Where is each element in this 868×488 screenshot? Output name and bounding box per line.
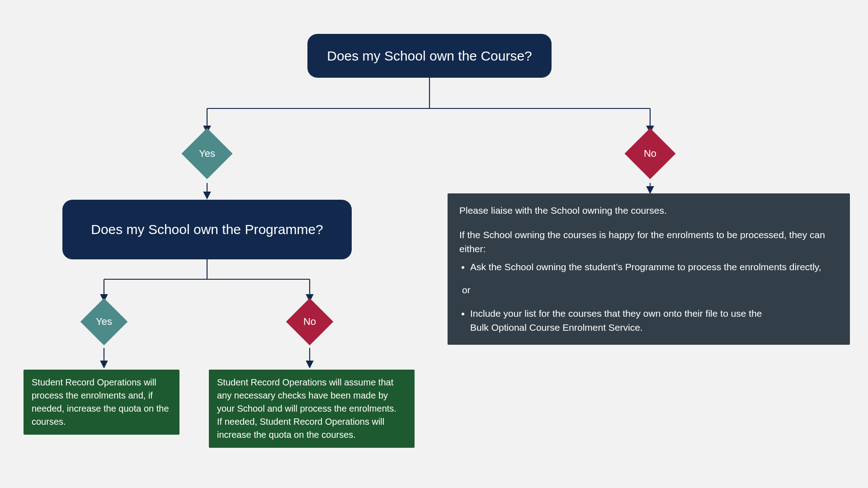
decision-label: No [644, 148, 656, 160]
outcome-no-bullet-1: Ask the School owning the student’s Prog… [470, 260, 838, 274]
outcome-no-bullet-2: Include your list for the courses that t… [470, 306, 838, 335]
decision-yes-course: Yes [181, 128, 232, 179]
decision-no-course: No [624, 128, 675, 179]
decision-label: No [303, 316, 316, 328]
outcome-no-bullet-2-line2: Bulk Optional Course Enrolment Service. [470, 322, 643, 333]
outcome-no-line2: If the School owning the courses is happ… [459, 228, 838, 256]
outcome-no: Please liaise with the School owning the… [448, 193, 850, 345]
decision-yes-programme: Yes [80, 298, 128, 346]
decision-label: Yes [199, 148, 215, 160]
outcome-no-bullet-2-line1: Include your list for the courses that t… [470, 308, 762, 319]
outcome-yes-yes: Student Record Operations will process t… [24, 370, 179, 435]
decision-no-programme: No [286, 298, 334, 346]
outcome-no-or: or [462, 283, 838, 297]
outcome-yes-no: Student Record Operations will assume th… [209, 370, 415, 448]
outcome-no-intro: Please liaise with the School owning the… [459, 203, 838, 218]
question-programme-ownership: Does my School own the Programme? [62, 200, 352, 259]
question-course-ownership: Does my School own the Course? [307, 34, 552, 78]
flowchart-canvas: Does my School own the Course? Yes No Do… [0, 0, 868, 488]
decision-label: Yes [96, 316, 112, 328]
